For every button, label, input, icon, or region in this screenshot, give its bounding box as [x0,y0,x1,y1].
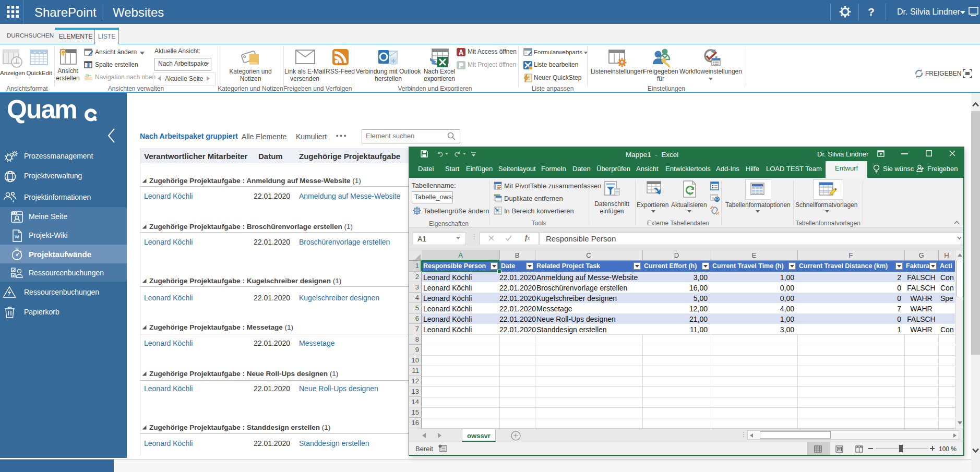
svg-text:W: W [15,234,19,239]
